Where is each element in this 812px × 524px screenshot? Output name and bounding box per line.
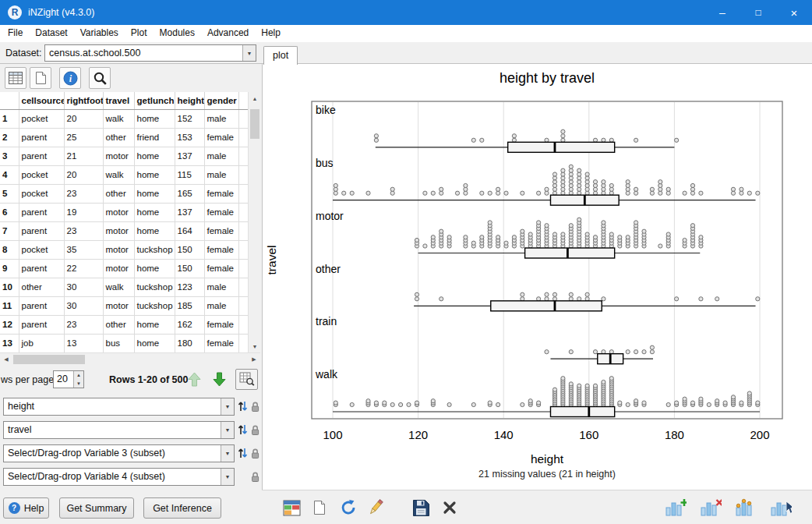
table-cell[interactable]: 21 <box>64 147 103 165</box>
save-plot-button[interactable] <box>410 497 432 519</box>
table-cell[interactable]: motor <box>103 259 134 278</box>
table-cell[interactable]: other <box>103 128 134 147</box>
modify-plot-button[interactable] <box>281 497 302 519</box>
table-cell[interactable]: friend <box>134 128 175 147</box>
next-page-button[interactable] <box>209 369 230 390</box>
table-cell[interactable]: other <box>103 184 134 203</box>
previous-page-button[interactable] <box>184 369 205 390</box>
table-cell[interactable]: other <box>19 278 64 296</box>
info-button[interactable]: i <box>59 67 81 89</box>
table-cell[interactable]: parent <box>19 315 64 334</box>
get-summary-button[interactable]: Get Summary <box>59 497 134 519</box>
table-cell[interactable]: 150 <box>175 240 204 259</box>
column-header-travel[interactable]: travel <box>103 92 134 109</box>
new-document-button[interactable] <box>30 67 51 89</box>
table-cell[interactable]: 23 <box>64 221 103 240</box>
column-header-rightfoot[interactable]: rightfoot <box>64 92 103 109</box>
table-cell[interactable]: pocket <box>19 109 64 128</box>
table-cell[interactable]: male <box>204 278 238 296</box>
table-cell[interactable]: home <box>134 259 175 278</box>
table-cell[interactable]: motor <box>103 221 134 240</box>
table-cell[interactable]: home <box>134 147 175 165</box>
table-cell[interactable]: 164 <box>175 221 204 240</box>
table-cell[interactable]: 137 <box>175 147 204 165</box>
table-cell[interactable]: female <box>204 184 238 203</box>
table-cell[interactable]: pocket <box>19 184 64 203</box>
menu-modules[interactable]: Modules <box>154 25 201 41</box>
table-cell[interactable]: male <box>204 165 238 184</box>
table-cell[interactable]: home <box>134 109 175 128</box>
table-cell[interactable]: 153 <box>175 128 204 147</box>
column-header-height[interactable]: height <box>175 92 204 109</box>
dataset-select[interactable]: census.at.school.500 ▼ <box>44 44 256 62</box>
table-cell[interactable]: 20 <box>64 109 103 128</box>
row-number[interactable]: 10 <box>0 278 19 296</box>
table-cell[interactable]: female <box>204 221 238 240</box>
table-cell[interactable]: home <box>134 184 175 203</box>
row-number[interactable]: 11 <box>0 296 19 315</box>
variable-select-4[interactable]: Select/Drag-drop Variable 4 (subset)▼ <box>3 468 235 486</box>
table-cell[interactable]: 123 <box>175 278 204 296</box>
table-cell[interactable]: motor <box>103 147 134 165</box>
table-cell[interactable]: other <box>103 315 134 334</box>
table-cell[interactable]: female <box>204 259 238 278</box>
table-cell[interactable]: 13 <box>64 334 103 352</box>
sort-variable-icon[interactable] <box>238 447 249 460</box>
variable-select-1[interactable]: height▼ <box>3 398 235 416</box>
table-cell[interactable]: tuckshop <box>134 296 175 315</box>
table-cell[interactable]: parent <box>19 221 64 240</box>
menu-help[interactable]: Help <box>255 25 287 41</box>
table-cell[interactable]: home <box>134 165 175 184</box>
spin-up-icon[interactable]: ▲ <box>74 371 83 380</box>
table-cell[interactable]: female <box>204 315 238 334</box>
row-number-header[interactable] <box>0 92 19 109</box>
lock-icon[interactable] <box>250 471 261 483</box>
column-header-cellsource[interactable]: cellsource <box>19 92 64 109</box>
table-cell[interactable]: female <box>204 128 238 147</box>
table-cell[interactable]: 180 <box>175 334 204 352</box>
table-cell[interactable]: tuckshop <box>134 240 175 259</box>
table-vertical-scrollbar[interactable]: ▲ ▼ <box>248 92 260 352</box>
lock-icon[interactable] <box>250 424 261 437</box>
get-inference-button[interactable]: Get Inference <box>143 497 221 519</box>
table-cell[interactable]: 23 <box>64 184 103 203</box>
table-cell[interactable]: motor <box>103 296 134 315</box>
remove-additions-button[interactable] <box>700 497 722 519</box>
column-header-gender[interactable]: gender <box>204 92 238 109</box>
table-cell[interactable]: home <box>134 221 175 240</box>
menu-advanced[interactable]: Advanced <box>201 25 255 41</box>
table-cell[interactable]: home <box>134 315 175 334</box>
close-plot-button[interactable] <box>439 497 461 519</box>
row-number[interactable]: 3 <box>0 147 19 165</box>
table-cell[interactable]: 25 <box>64 128 103 147</box>
row-number[interactable]: 2 <box>0 128 19 147</box>
table-cell[interactable]: walk <box>103 109 134 128</box>
row-number[interactable]: 6 <box>0 203 19 221</box>
edit-plot-button[interactable] <box>365 497 387 519</box>
horizontal-scroll-thumb[interactable] <box>13 355 85 364</box>
row-number[interactable]: 1 <box>0 109 19 128</box>
table-cell[interactable]: motor <box>103 240 134 259</box>
row-number[interactable]: 12 <box>0 315 19 334</box>
row-number[interactable]: 5 <box>0 184 19 203</box>
tab-plot[interactable]: plot <box>263 46 298 65</box>
table-cell[interactable]: pocket <box>19 165 64 184</box>
lock-icon[interactable] <box>250 401 261 413</box>
minimize-button[interactable]: – <box>704 0 740 25</box>
table-cell[interactable]: 22 <box>64 259 103 278</box>
spin-down-icon[interactable]: ▼ <box>74 380 83 388</box>
table-cell[interactable]: parent <box>19 147 64 165</box>
inference-info-button[interactable] <box>735 497 757 519</box>
column-header-getlunch[interactable]: getlunch <box>134 92 175 109</box>
menu-variables[interactable]: Variables <box>74 25 125 41</box>
maximize-button[interactable]: □ <box>740 0 776 25</box>
sort-variable-icon[interactable] <box>238 400 249 413</box>
table-cell[interactable]: parent <box>19 203 64 221</box>
row-number[interactable]: 8 <box>0 240 19 259</box>
scroll-right-icon[interactable]: ▶ <box>248 353 260 366</box>
view-data-button[interactable] <box>5 67 26 89</box>
table-cell[interactable]: 152 <box>175 109 204 128</box>
redraw-plot-button[interactable] <box>337 497 359 519</box>
table-cell[interactable]: 165 <box>175 184 204 203</box>
table-cell[interactable]: 185 <box>175 296 204 315</box>
